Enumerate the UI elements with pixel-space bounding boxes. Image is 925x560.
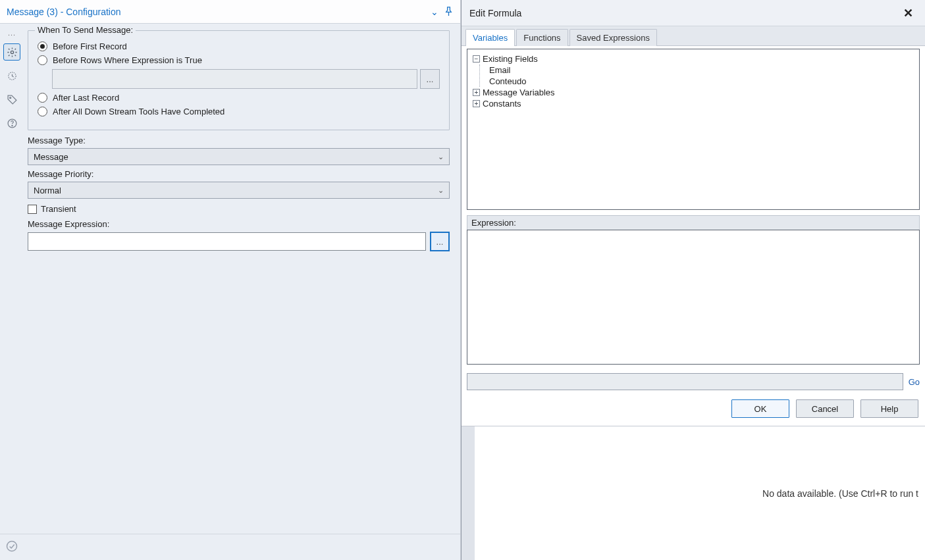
chevron-down-icon: ⌄ [438,186,444,195]
results-status-text: No data available. (Use Ctrl+R to run t [475,426,925,560]
pin-icon[interactable] [444,7,454,16]
collapse-panel-button[interactable]: ⌄ [431,7,438,17]
help-icon[interactable] [3,115,20,132]
tree-node-label: Constants [483,99,521,109]
refresh-icon[interactable] [3,67,20,84]
checkbox-indicator [28,205,37,214]
help-button[interactable]: Help [860,399,918,418]
radio-label: After All Down Stream Tools Have Complet… [53,107,225,116]
preview-input[interactable] [467,373,903,390]
rail-kebab-menu[interactable]: ... [8,29,16,37]
dialog-tabs: Variables Functions Saved Expressions [462,26,925,46]
radio-label: Before First Record [53,41,127,51]
rows-expression-input[interactable] [52,69,417,89]
cancel-button[interactable]: Cancel [796,399,854,418]
radio-indicator [38,55,47,65]
svg-point-1 [11,51,13,53]
radio-indicator [38,41,47,51]
message-priority-value: Normal [34,186,61,195]
tree-leaf-label: Email [489,65,511,75]
radio-before-rows-expression[interactable]: Before Rows Where Expression is True [38,55,440,65]
message-expression-label: Message Expression: [28,219,450,229]
tag-icon[interactable] [3,91,20,108]
results-area: No data available. (Use Ctrl+R to run t [462,426,925,560]
svg-point-6 [7,542,17,551]
tab-variables[interactable]: Variables [465,29,515,46]
dialog-button-row: OK Cancel Help [462,390,925,426]
dialog-header: Edit Formula ✕ [462,0,925,26]
ok-button[interactable]: OK [731,399,789,418]
radio-after-last-record[interactable]: After Last Record [38,93,440,103]
message-type-label: Message Type: [28,136,450,145]
message-type-select[interactable]: Message ⌄ [28,148,450,165]
message-type-value: Message [34,152,68,162]
svg-point-3 [9,97,11,98]
when-to-send-group: When To Send Message: Before First Recor… [28,30,450,130]
radio-indicator [38,107,47,116]
radio-label: Before Rows Where Expression is True [53,55,202,65]
radio-label: After Last Record [53,93,119,103]
message-priority-label: Message Priority: [28,169,450,179]
chevron-down-icon: ⌄ [438,153,444,161]
expression-textarea[interactable] [467,230,920,365]
validation-ok-icon [5,540,18,555]
tree-collapse-icon[interactable]: − [473,55,480,63]
radio-after-downstream[interactable]: After All Down Stream Tools Have Complet… [38,107,440,116]
gear-icon[interactable] [3,43,20,61]
tree-node-existing-fields[interactable]: − Existing Fields [473,53,914,64]
config-panel-header: Message (3) - Configuration ⌄ [0,0,460,24]
configuration-panel: Message (3) - Configuration ⌄ ... [0,0,461,560]
config-panel-title: Message (3) - Configuration [7,7,121,17]
radio-before-first-record[interactable]: Before First Record [38,41,440,51]
message-priority-select[interactable]: Normal ⌄ [28,182,450,199]
svg-point-5 [11,125,12,126]
tree-leaf-label: Conteudo [489,76,526,86]
go-button[interactable]: Go [909,377,920,387]
when-to-send-legend: When To Send Message: [35,25,136,35]
tree-expand-icon[interactable]: + [473,100,480,107]
tree-node-constants[interactable]: + Constants [473,98,914,109]
tree-node-label: Existing Fields [483,54,538,64]
results-gutter [462,426,475,560]
dialog-close-button[interactable]: ✕ [899,5,917,22]
edit-formula-dialog: Edit Formula ✕ Variables Functions Saved… [461,0,925,560]
tab-saved-expressions[interactable]: Saved Expressions [569,29,657,46]
message-expression-input[interactable] [28,232,426,251]
message-expression-ellipsis-button[interactable]: ... [430,232,450,251]
radio-indicator [38,93,47,103]
tree-expand-icon[interactable]: + [473,89,480,96]
tree-node-label: Message Variables [483,88,555,97]
rows-expression-ellipsis-button[interactable]: ... [420,69,440,89]
config-form: When To Send Message: Before First Recor… [24,24,460,534]
tab-functions[interactable]: Functions [516,29,568,46]
tree-node-message-variables[interactable]: + Message Variables [473,87,914,98]
config-panel-footer [0,534,460,560]
expression-label: Expression: [467,215,920,230]
transient-label: Transient [41,204,76,214]
variables-tree[interactable]: − Existing Fields Email Conteudo + Messa… [467,49,920,210]
config-side-rail: ... [0,24,24,534]
transient-checkbox[interactable]: Transient [28,204,450,214]
tree-leaf-conteudo[interactable]: Conteudo [487,76,914,87]
dialog-title: Edit Formula [469,8,521,18]
tree-leaf-email[interactable]: Email [487,64,914,76]
